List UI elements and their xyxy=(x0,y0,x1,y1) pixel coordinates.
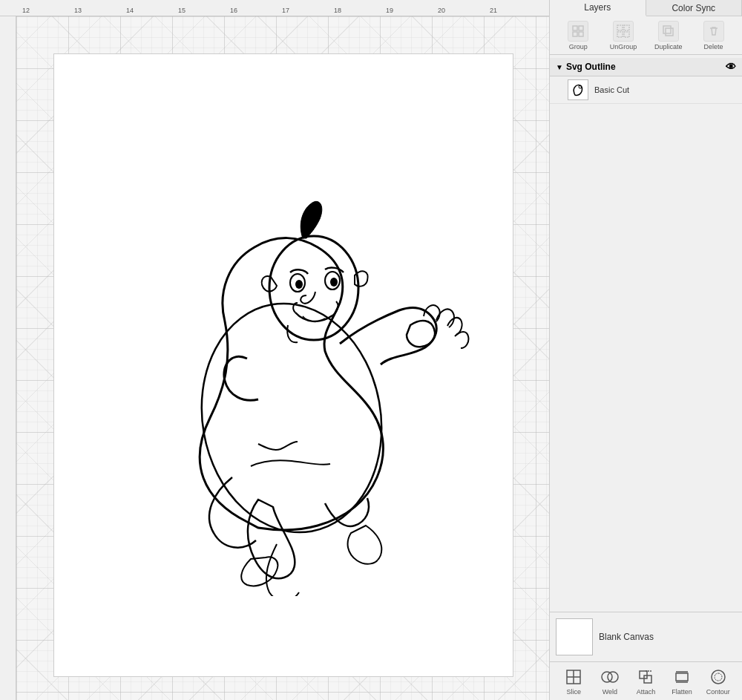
attach-icon xyxy=(636,667,655,687)
ruler-left xyxy=(0,16,16,700)
svg-rect-7 xyxy=(573,26,577,30)
svg-point-5 xyxy=(330,278,338,287)
contour-icon xyxy=(709,667,728,687)
svg-rect-15 xyxy=(666,28,673,36)
ungroup-button[interactable]: UnGroup xyxy=(608,21,638,50)
ruler-mark: 12 xyxy=(22,7,30,14)
flatten-icon xyxy=(672,667,692,687)
ruler-mark: 17 xyxy=(282,7,289,14)
tab-layers[interactable]: Layers xyxy=(550,0,646,16)
toolbar-row: Group UnGroup Duplicate xyxy=(550,16,742,55)
ungroup-icon xyxy=(613,21,634,42)
contour-button[interactable]: Contour xyxy=(705,667,732,696)
layer-group-header[interactable]: ▼ Svg Outline 👁 xyxy=(550,58,742,76)
group-button[interactable]: Group xyxy=(563,21,593,50)
artwork-svg xyxy=(114,180,470,596)
ruler-mark: 18 xyxy=(334,7,341,14)
ruler-mark: 16 xyxy=(230,7,237,14)
svg-point-21 xyxy=(602,672,612,682)
layer-item[interactable]: Basic Cut xyxy=(550,76,742,104)
svg-point-1 xyxy=(269,236,358,340)
layers-content[interactable]: ▼ Svg Outline 👁 Basic Cut xyxy=(550,55,742,612)
attach-button[interactable]: Attach xyxy=(632,667,659,696)
svg-rect-26 xyxy=(676,673,688,681)
svg-rect-10 xyxy=(579,32,583,36)
layer-thumbnail xyxy=(568,79,588,100)
svg-rect-24 xyxy=(644,676,651,683)
weld-icon xyxy=(600,667,620,687)
expand-arrow-icon: ▼ xyxy=(556,63,563,71)
svg-rect-11 xyxy=(617,25,623,30)
delete-button[interactable]: Delete xyxy=(699,21,729,50)
svg-rect-13 xyxy=(617,32,623,37)
canvas-grid[interactable] xyxy=(16,16,549,700)
slice-icon xyxy=(564,667,583,687)
ruler-mark: 19 xyxy=(386,7,393,14)
svg-rect-9 xyxy=(573,32,577,36)
blank-canvas-section[interactable]: Blank Canvas xyxy=(550,612,742,661)
visibility-toggle-icon[interactable]: 👁 xyxy=(726,61,736,73)
delete-icon xyxy=(703,21,724,42)
group-icon xyxy=(568,21,588,42)
ruler-mark: 21 xyxy=(490,7,497,14)
weld-button[interactable]: Weld xyxy=(597,667,623,696)
svg-point-22 xyxy=(608,672,618,682)
ruler-mark: 14 xyxy=(126,7,134,14)
ruler-mark: 13 xyxy=(74,7,82,14)
svg-point-0 xyxy=(184,290,399,547)
tab-bar: Layers Color Sync xyxy=(550,0,742,16)
tab-color-sync[interactable]: Color Sync xyxy=(646,0,743,16)
bottom-toolbar: Slice Weld Attach xyxy=(550,661,742,700)
svg-rect-23 xyxy=(640,671,647,678)
svg-rect-16 xyxy=(663,26,671,33)
right-panel: Layers Color Sync Group xyxy=(549,0,742,700)
duplicate-button[interactable]: Duplicate xyxy=(654,21,683,50)
white-canvas xyxy=(53,53,513,677)
svg-point-3 xyxy=(295,280,303,289)
canvas-area: 12 13 14 15 16 17 18 19 20 21 xyxy=(0,0,549,700)
slice-button[interactable]: Slice xyxy=(560,667,587,696)
ruler-mark: 20 xyxy=(438,7,445,14)
duplicate-icon xyxy=(658,21,679,42)
ruler-top: 12 13 14 15 16 17 18 19 20 21 xyxy=(0,0,549,16)
svg-rect-12 xyxy=(624,25,629,30)
svg-rect-8 xyxy=(579,26,583,30)
ruler-mark: 15 xyxy=(178,7,186,14)
blank-canvas-thumbnail xyxy=(556,618,593,655)
flatten-button[interactable]: Flatten xyxy=(669,667,695,696)
svg-rect-14 xyxy=(624,32,629,37)
